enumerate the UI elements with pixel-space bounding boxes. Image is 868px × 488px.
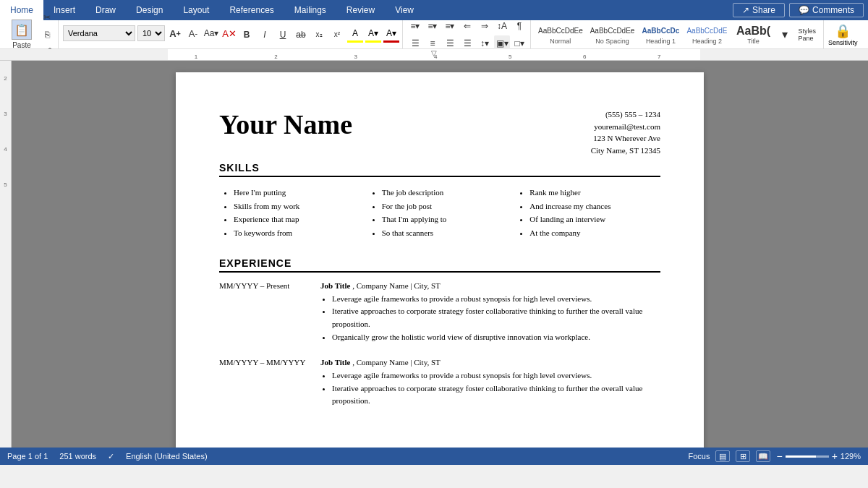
style-heading1[interactable]: AaBbCcDc Heading 1 [639, 24, 682, 46]
zoom-out-button[interactable]: − [776, 450, 782, 462]
paragraph-group: ≡▾ ≡▾ ≡▾ ⇐ ⇒ ↕A ¶ ☰ ≡ ☰ ☰ ↕▾ ▣▾ □▾ [404, 20, 531, 48]
font-group: Verdana Arial Times New Roman 10 11 12 A… [60, 20, 403, 48]
tab-references[interactable]: References [219, 0, 284, 20]
phone: (555) 555 – 1234 [591, 108, 660, 121]
style-normal[interactable]: AaBbCcDdEe Normal [535, 24, 586, 46]
strikethrough-button[interactable]: ab [293, 27, 309, 43]
comments-button[interactable]: 💬 Comments [789, 3, 864, 17]
zoom-in-button[interactable]: + [832, 450, 838, 462]
skill-item: That I'm applying to [382, 213, 513, 226]
style-heading1-label: Heading 1 [646, 38, 676, 45]
exp-bullet: Iterative approaches to corporate strate… [332, 382, 660, 408]
skills-grid: Here I'm putting Skills from my work Exp… [219, 186, 660, 240]
style-normal-preview: AaBbCcDdEe [538, 25, 583, 38]
exp-header-1: Job Title , Company Name | City, ST [320, 281, 660, 290]
font-case-button[interactable]: Aa▾ [203, 25, 219, 41]
increase-font-button[interactable]: A+ [167, 25, 183, 41]
numbering-button[interactable]: ≡▾ [425, 18, 441, 34]
exp-details-2: Job Title , Company Name | City, ST Leve… [320, 358, 660, 408]
font-color2-button[interactable]: A▾ [383, 27, 399, 43]
bold-button[interactable]: B [239, 27, 255, 43]
exp-title-2: Job Title [320, 358, 350, 367]
font-color-button[interactable]: A [347, 27, 363, 43]
experience-title: EXPERIENCE [219, 257, 660, 273]
main-area: 2 3 4 5 (555) 555 – 1234 youremail@test.… [0, 61, 868, 448]
view-read-button[interactable]: 📖 [756, 450, 770, 462]
style-normal-label: Normal [550, 38, 571, 45]
skill-item: For the job post [382, 200, 513, 213]
exp-company-2: , Company Name | City, ST [352, 358, 441, 367]
superscript-button[interactable]: x² [329, 27, 345, 43]
status-bar: Page 1 of 1 251 words ✓ English (United … [0, 448, 868, 465]
skills-col-1: Here I'm putting Skills from my work Exp… [219, 186, 365, 240]
skills-title: SKILLS [219, 162, 660, 177]
cut-button[interactable]: ✂ [39, 9, 55, 25]
style-heading2[interactable]: AaBbCcDdE Heading 2 [684, 24, 730, 46]
skill-item: So that scanners [382, 226, 513, 240]
tab-design[interactable]: Design [126, 0, 173, 20]
exp-date-1: MM/YYYY – Present [219, 281, 306, 343]
skill-item: And increase my chances [529, 200, 660, 213]
view-print-button[interactable]: ▤ [715, 450, 730, 462]
email: youremail@test.com [591, 121, 660, 133]
zoom-level: 129% [841, 452, 861, 461]
view-web-button[interactable]: ⊞ [736, 450, 750, 462]
comments-label: Comments [812, 5, 854, 15]
decrease-font-button[interactable]: A- [185, 25, 201, 41]
tab-right-actions: ↗ Share 💬 Comments [733, 0, 868, 20]
paste-button[interactable]: 📋 Paste [6, 18, 38, 51]
focus-label[interactable]: Focus [689, 452, 710, 461]
scroll-area[interactable]: (555) 555 – 1234 youremail@test.com 123 … [12, 61, 868, 448]
experience-entry-2: MM/YYYY – MM/YYYY Job Title , Company Na… [219, 358, 660, 408]
italic-button[interactable]: I [257, 27, 273, 43]
tab-review[interactable]: Review [336, 0, 385, 20]
styles-more-button[interactable]: ▾ [777, 27, 793, 43]
experience-section: EXPERIENCE MM/YYYY – Present Job Title ,… [219, 257, 660, 408]
page-info: Page 1 of 1 [7, 452, 48, 461]
styles-pane-button[interactable]: StylesPane [794, 26, 821, 43]
style-title[interactable]: AaBb( Title [732, 24, 775, 46]
style-heading2-preview: AaBbCcDdE [686, 25, 727, 38]
underline-button[interactable]: U [275, 27, 291, 43]
share-label: Share [752, 5, 775, 15]
exp-bullet: Leverage agile frameworks to provide a r… [332, 369, 660, 382]
tab-home[interactable]: Home [0, 0, 43, 20]
decrease-indent-button[interactable]: ⇐ [459, 18, 475, 34]
exp-bullet: Iterative approaches to corporate strate… [332, 305, 660, 330]
document-page[interactable]: (555) 555 – 1234 youremail@test.com 123 … [176, 72, 704, 448]
highlight-color-button[interactable]: A▾ [365, 27, 381, 43]
skill-item: The job description [382, 186, 513, 200]
zoom-control: − + 129% [776, 450, 861, 462]
city: City Name, ST 12345 [591, 145, 660, 157]
skill-item: To keywords from [234, 226, 365, 240]
address: 123 N Wherever Ave [591, 132, 660, 145]
style-no-spacing-preview: AaBbCcDdEe [590, 25, 635, 38]
tab-layout[interactable]: Layout [173, 0, 219, 20]
clear-formatting-button[interactable]: A✕ [221, 25, 237, 41]
exp-bullet: Leverage agile frameworks to provide a r… [332, 293, 660, 306]
tab-mailings[interactable]: Mailings [284, 0, 336, 20]
bullets-button[interactable]: ≡▾ [407, 18, 423, 34]
skills-col-2: The job description For the job post Tha… [367, 186, 513, 240]
multilevel-list-button[interactable]: ≡▾ [442, 18, 458, 34]
comments-icon: 💬 [799, 5, 809, 15]
tab-draw[interactable]: Draw [85, 0, 126, 20]
font-family-select[interactable]: Verdana Arial Times New Roman [63, 25, 135, 41]
zoom-slider[interactable] [786, 455, 829, 458]
copy-button[interactable]: ⎘ [39, 27, 55, 43]
left-margin: 2 3 4 5 [0, 61, 12, 448]
exp-details-1: Job Title , Company Name | City, ST Leve… [320, 281, 660, 343]
show-formatting-button[interactable]: ¶ [511, 18, 527, 34]
font-size-select[interactable]: 10 11 12 [137, 25, 165, 41]
sort-button[interactable]: ↕A [494, 18, 510, 34]
share-button[interactable]: ↗ Share [733, 3, 785, 17]
contact-info: (555) 555 – 1234 youremail@test.com 123 … [591, 108, 660, 156]
style-title-preview: AaBb( [735, 25, 773, 38]
skill-item: Experience that map [234, 213, 365, 226]
style-no-spacing[interactable]: AaBbCcDdEe No Spacing [587, 24, 638, 46]
sensitivity-button[interactable]: 🔒 Sensitivity [828, 23, 858, 46]
subscript-button[interactable]: x₂ [311, 27, 327, 43]
ruler: 1 2 3 4 5 6 7 ▽ [0, 49, 868, 61]
ruler-inner: 1 2 3 4 5 6 7 ▽ [168, 49, 700, 60]
increase-indent-button[interactable]: ⇒ [477, 18, 493, 34]
